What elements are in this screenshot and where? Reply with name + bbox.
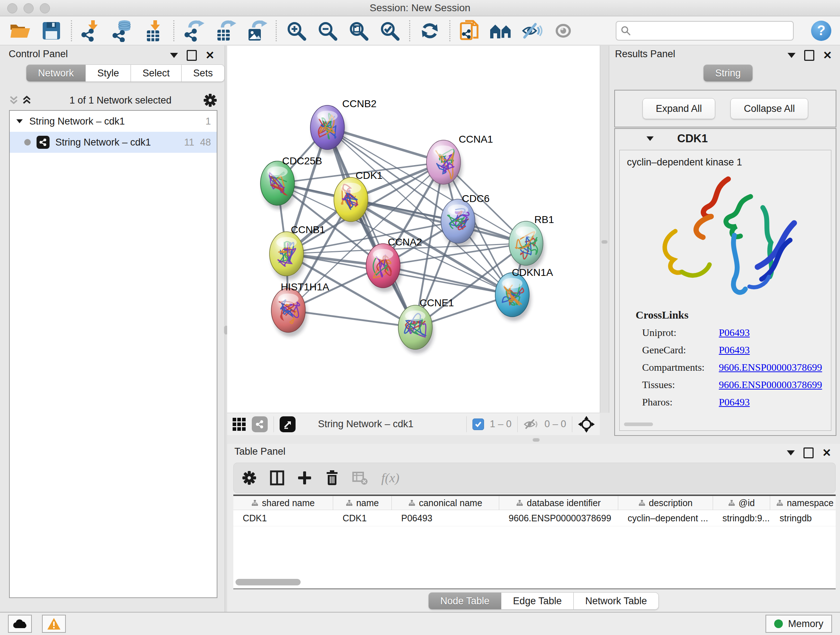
tab-sets[interactable]: Sets [182, 65, 225, 82]
crosslink-label: Tissues: [636, 379, 719, 391]
table-panel-float-icon[interactable] [804, 448, 813, 458]
expand-all-button[interactable]: Expand All [643, 98, 715, 119]
tab-network-table[interactable]: Network Table [574, 592, 659, 610]
expand-all-networks-icon[interactable] [22, 95, 32, 105]
footer-separator [273, 416, 274, 432]
fit-selected-crosshair-icon[interactable] [578, 416, 595, 432]
table-cell[interactable]: CDK1 [333, 510, 392, 526]
column-header-canonical-name[interactable]: canonical name [392, 496, 499, 510]
view-grid-icon[interactable] [232, 417, 246, 431]
crosslink-link[interactable]: 9606.ENSP00000378699 [719, 362, 822, 373]
column-header-description[interactable]: description [618, 496, 713, 510]
tab-style[interactable]: Style [86, 65, 131, 82]
show-all-icon[interactable] [552, 19, 575, 42]
tab-edge-table[interactable]: Edge Table [501, 592, 574, 610]
column-header-shared-name[interactable]: shared name [233, 496, 333, 510]
table-cell[interactable]: cyclin–dependent ... [618, 510, 713, 526]
collapse-all-networks-icon[interactable] [9, 95, 19, 105]
network-row[interactable]: String Network – cdk1 11 48 [10, 132, 217, 153]
results-scrollbar[interactable] [624, 423, 653, 426]
results-panel-float-icon[interactable] [804, 50, 814, 61]
export-network-icon[interactable] [182, 19, 205, 42]
export-table-icon[interactable] [213, 19, 237, 42]
crosslink-row: GeneCard:P06493 [636, 344, 822, 356]
gene-card-expander-icon[interactable] [646, 136, 654, 141]
crosslink-link[interactable]: P06493 [719, 344, 750, 356]
tab-string-results[interactable]: String [703, 65, 753, 82]
results-panel-close-icon[interactable]: ✕ [823, 51, 832, 60]
refresh-view-icon[interactable] [418, 19, 441, 42]
network-list: String Network – cdk1 1 String Network –… [9, 110, 218, 598]
table-cell[interactable]: stringdb:9... [713, 510, 770, 526]
table-cell[interactable]: CDK1 [233, 510, 333, 526]
network-collection-row[interactable]: String Network – cdk1 1 [10, 111, 217, 132]
right-splitter-handle[interactable] [601, 240, 608, 244]
node-label-CDC25B: CDC25B [282, 155, 322, 166]
network-options-gear-icon[interactable] [203, 93, 218, 108]
results-panel-collapse-icon[interactable] [788, 53, 796, 58]
table-panel-close-icon[interactable]: ✕ [822, 448, 831, 457]
control-panel-collapse-icon[interactable] [170, 53, 178, 58]
table-row[interactable]: CDK1CDK1P064939606.ENSP00000378699cyclin… [233, 510, 836, 526]
network-canvas[interactable]: CCNB2CCNA1CDC25BCDK1CDC6RB1CCNB1CCNA2HIS… [227, 46, 600, 413]
table-cell[interactable]: 9606.ENSP00000378699 [499, 510, 618, 526]
horizontal-splitter-handle[interactable] [532, 438, 540, 442]
control-panel-close-icon[interactable]: ✕ [205, 51, 215, 60]
column-header-namespace[interactable]: namespace [770, 496, 836, 510]
node-label-CCNB1: CCNB1 [291, 224, 325, 235]
import-network-file-icon[interactable] [80, 19, 103, 42]
column-header-name[interactable]: name [333, 496, 392, 510]
function-builder-icon[interactable]: f(x) [381, 470, 399, 486]
edge-count: 48 [200, 137, 211, 148]
show-columns-icon[interactable] [270, 470, 284, 486]
table-cell[interactable]: stringdb [770, 510, 836, 526]
search-input[interactable] [635, 25, 789, 36]
open-in-string-icon[interactable] [279, 416, 295, 432]
tab-network[interactable]: Network [26, 65, 86, 82]
export-image-icon[interactable] [245, 19, 268, 42]
open-session-icon[interactable] [9, 19, 32, 42]
table-horizontal-scrollbar[interactable] [235, 579, 301, 585]
delete-column-trash-icon[interactable] [325, 470, 339, 486]
column-header-@id[interactable]: @id [713, 496, 770, 510]
tab-node-table[interactable]: Node Table [428, 592, 501, 610]
string-network-badge-icon[interactable] [252, 416, 268, 432]
show-hide-panels-icon[interactable] [489, 19, 513, 42]
crosslink-link[interactable]: P06493 [719, 396, 750, 408]
save-session-icon[interactable] [40, 19, 63, 42]
import-table-file-icon[interactable] [142, 19, 165, 42]
clone-network-icon[interactable] [458, 19, 482, 42]
tab-select[interactable]: Select [131, 65, 182, 82]
crosslink-link[interactable]: 9606.ENSP00000378699 [719, 379, 822, 390]
zoom-selected-icon[interactable] [378, 19, 401, 42]
column-header-database-identifier[interactable]: database identifier [499, 496, 618, 510]
table-cell[interactable]: P06493 [392, 510, 499, 526]
table-options-gear-icon[interactable] [242, 470, 257, 486]
warning-icon [47, 617, 61, 630]
hidden-eye-icon[interactable] [523, 418, 538, 431]
add-column-icon[interactable] [297, 470, 312, 485]
help-icon[interactable]: ? [811, 21, 831, 41]
selected-count-checkbox-icon[interactable] [472, 418, 484, 430]
cloud-status-button[interactable] [8, 615, 32, 633]
results-panel-title: Results Panel [615, 49, 676, 60]
zoom-in-icon[interactable] [285, 19, 308, 42]
zoom-fit-icon[interactable] [347, 19, 370, 42]
warnings-button[interactable] [42, 615, 66, 633]
right-splitter[interactable] [600, 46, 609, 413]
footer-separator [572, 416, 572, 432]
control-panel-float-icon[interactable] [187, 50, 197, 61]
collapse-all-button[interactable]: Collapse All [730, 98, 808, 119]
collection-expander-icon[interactable] [16, 119, 23, 123]
hide-selected-icon[interactable] [521, 19, 544, 42]
node-label-CDKN1A: CDKN1A [512, 267, 553, 278]
delete-table-icon[interactable] [352, 470, 368, 486]
memory-button[interactable]: Memory [766, 615, 832, 633]
attribute-icon [638, 500, 645, 507]
import-network-database-icon[interactable] [111, 19, 134, 42]
crosslink-link[interactable]: P06493 [719, 327, 750, 338]
node-table: shared namenamecanonical namedatabase id… [233, 494, 836, 589]
table-panel-collapse-icon[interactable] [787, 450, 795, 455]
zoom-out-icon[interactable] [316, 19, 339, 42]
string-network-graph[interactable]: CCNB2CCNA1CDC25BCDK1CDC6RB1CCNB1CCNA2HIS… [227, 46, 600, 413]
